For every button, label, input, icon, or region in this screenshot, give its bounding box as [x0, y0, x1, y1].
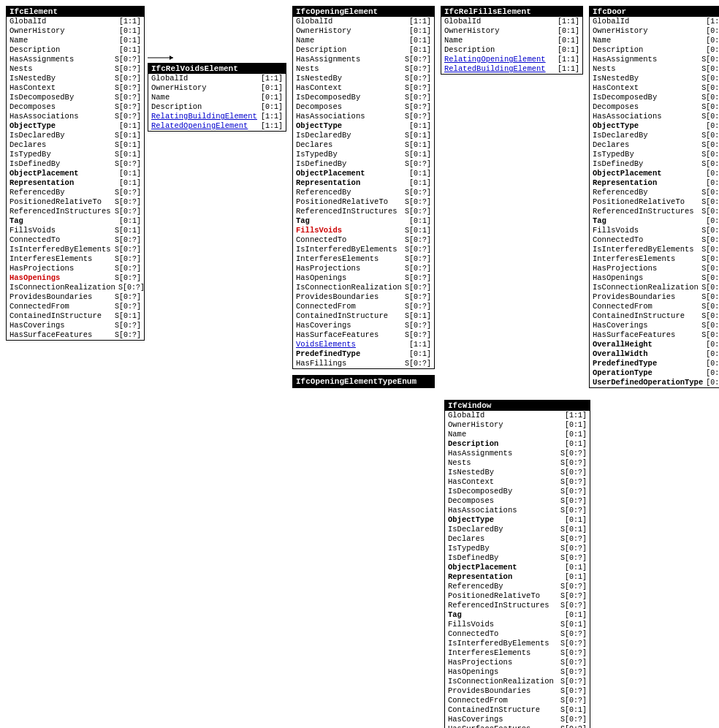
table-row: FillsVoidsS[0:1]	[590, 226, 719, 235]
attr-name: IsInterferedByElements	[9, 245, 111, 254]
attr-mult: S[0:?]	[405, 102, 431, 112]
table-row: ProvidesBoundariesS[0:?]	[7, 292, 144, 302]
attr-name: GlobalId	[151, 74, 188, 83]
table-row: IsDecomposedByS[0:?]	[7, 93, 144, 102]
table-row: HasOpeningsS[0:?]	[445, 667, 590, 677]
attr-mult: S[0:1]	[405, 140, 431, 150]
table-row: ConnectedFromS[0:?]	[7, 302, 144, 311]
attr-name: HasAssociations	[593, 112, 662, 121]
entity-title-door: IfcDoor	[593, 7, 626, 16]
attr-mult: [0:1]	[565, 572, 587, 582]
entity-body-relFills: GlobalId[1:1]OwnerHistory[0:1]Name[0:1]D…	[441, 17, 582, 74]
attr-mult: S[0:?]	[405, 283, 431, 292]
attr-mult: S[0:?]	[701, 302, 719, 311]
attr-mult: [0:1]	[706, 121, 719, 131]
table-row: Name[0:1]	[441, 36, 582, 45]
table-row: PredefinedType[0:1]	[293, 349, 434, 359]
table-row: IsDefinedByS[0:?]	[590, 159, 719, 169]
table-row: OwnerHistory[0:1]	[445, 420, 590, 430]
attr-mult: S[0:?]	[560, 496, 587, 506]
table-row: Name[0:1]	[590, 36, 719, 45]
attr-mult: S[0:?]	[701, 245, 719, 254]
table-row: ObjectType[0:1]	[7, 121, 144, 131]
attr-mult: S[0:?]	[560, 553, 587, 563]
attr-mult: [0:1]	[706, 368, 719, 378]
table-row: HasAssociationsS[0:?]	[293, 112, 434, 121]
attr-name: HasSurfaceFeatures	[9, 330, 92, 340]
table-row: HasContextS[0:?]	[293, 83, 434, 93]
entity-ifcrelvoidsElement: IfcRelVoidsElement GlobalId[1:1]OwnerHis…	[148, 63, 286, 132]
table-row: DecomposesS[0:?]	[7, 102, 144, 112]
entity-header-window: IfcWindow	[445, 401, 590, 411]
entity-body-door: GlobalId[1:1]OwnerHistory[0:1]Name[0:1]D…	[590, 17, 719, 387]
table-row: Representation[0:1]	[293, 178, 434, 188]
attr-name: UserDefinedOperationType	[593, 378, 703, 387]
attr-name: Declares	[448, 534, 484, 544]
table-row: IsInterferedByElementsS[0:?]	[293, 245, 434, 254]
table-row: HasAssociationsS[0:?]	[445, 506, 590, 515]
attr-name: RelatingOpeningElement	[444, 55, 546, 64]
table-row: HasAssignmentsS[0:?]	[590, 55, 719, 64]
table-row: DeclaresS[0:1]	[293, 140, 434, 150]
attr-name: IsNestedBy	[593, 74, 639, 83]
table-row: IsConnectionRealizationS[0:?]	[445, 677, 590, 686]
table-row: IsInterferedByElementsS[0:?]	[590, 245, 719, 254]
canvas: IfcElement GlobalId[1:1]OwnerHistory[0:1…	[0, 0, 719, 728]
table-row: ObjectPlacement[0:1]	[445, 563, 590, 572]
attr-mult: S[0:?]	[115, 292, 141, 302]
table-row: HasAssignmentsS[0:?]	[445, 449, 590, 458]
table-row: IsDefinedByS[0:?]	[7, 159, 144, 169]
attr-name: HasProjections	[296, 264, 360, 273]
table-row: UserDefinedOperationType[0:1]	[590, 378, 719, 387]
attr-mult: S[0:?]	[560, 648, 587, 658]
table-row: ConnectedFromS[0:?]	[293, 302, 434, 311]
table-row: IsDecomposedByS[0:?]	[293, 93, 434, 102]
attr-mult: S[0:1]	[701, 140, 719, 150]
attr-mult: [0:1]	[706, 378, 719, 387]
table-row: OverallWidth[0:1]	[590, 349, 719, 359]
table-row: ReferencedByS[0:?]	[590, 188, 719, 197]
table-row: ObjectType[0:1]	[590, 121, 719, 131]
attr-mult: S[0:?]	[560, 458, 587, 468]
attr-mult: S[0:?]	[405, 197, 431, 207]
attr-name: FillsVoids	[9, 226, 56, 235]
table-row: IsDeclaredByS[0:1]	[293, 131, 434, 140]
attr-mult: S[0:?]	[560, 601, 587, 610]
attr-name: PredefinedType	[593, 359, 657, 368]
table-row: OwnerHistory[0:1]	[7, 26, 144, 36]
table-row: ReferencedByS[0:?]	[445, 582, 590, 591]
attr-mult: S[0:?]	[560, 582, 587, 591]
attr-name: Description	[444, 45, 495, 55]
attr-name: OwnerHistory	[296, 26, 351, 36]
attr-mult: [0:1]	[409, 26, 431, 36]
table-row: ObjectPlacement[0:1]	[590, 169, 719, 178]
attr-name: HasAssociations	[9, 112, 79, 121]
attr-mult: S[0:?]	[560, 591, 587, 601]
table-row: ConnectedToS[0:?]	[7, 235, 144, 245]
table-row: RelatingOpeningElement[1:1]	[441, 55, 582, 64]
attr-mult: S[0:?]	[405, 254, 431, 264]
attr-mult: [0:1]	[261, 102, 283, 112]
attr-mult: [0:1]	[706, 178, 719, 188]
attr-mult: S[0:?]	[405, 235, 431, 245]
attr-name: HasCoverings	[9, 321, 65, 330]
attr-name: OwnerHistory	[9, 26, 65, 36]
attr-mult: S[0:?]	[701, 159, 719, 169]
table-row: IsConnectionRealizationS[0:?]	[590, 283, 719, 292]
attr-mult: S[0:?]	[701, 74, 719, 83]
attr-mult: S[0:?]	[115, 159, 141, 169]
attr-name: ReferencedBy	[448, 582, 503, 591]
attr-mult: S[0:?]	[115, 302, 141, 311]
attr-name: HasAssignments	[9, 55, 74, 64]
table-row: ReferencedInStructuresS[0:?]	[7, 207, 144, 216]
attr-name: Decomposes	[296, 102, 342, 112]
attr-name: ConnectedTo	[296, 235, 346, 245]
attr-name: RelatedOpeningElement	[151, 121, 248, 131]
entity-title-openingElement: IfcOpeningElement	[296, 7, 378, 16]
attr-mult: S[0:?]	[560, 534, 587, 544]
attr-name: IsDecomposedBy	[9, 93, 74, 102]
attr-name: HasSurfaceFeatures	[593, 330, 675, 340]
attr-name: IsDecomposedBy	[296, 93, 360, 102]
attr-name: IsConnectionRealization	[593, 283, 699, 292]
table-row: ContainedInStructureS[0:1]	[445, 705, 590, 715]
